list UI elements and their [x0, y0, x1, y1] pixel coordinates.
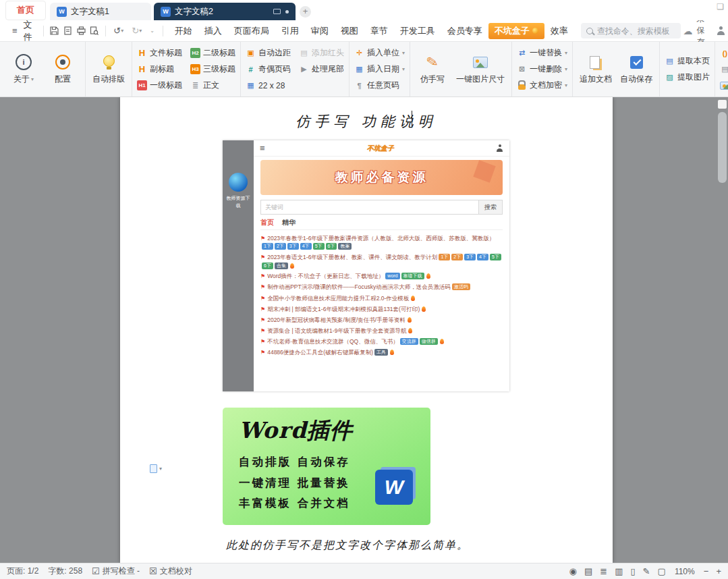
ribbon-tab-label: 审阅 — [311, 26, 329, 36]
single-page-view-icon[interactable]: ▯ — [630, 566, 635, 576]
append-doc-button[interactable]: 追加文档 — [578, 51, 614, 88]
one-key-insert-image-button[interactable]: 一键插图 — [720, 79, 728, 92]
zoom-level[interactable]: 110% — [673, 567, 696, 576]
print-preview-button[interactable] — [89, 24, 100, 38]
doc-encrypt-button[interactable]: 文档加密▾ — [517, 79, 567, 92]
flag-icon: ⚑ — [260, 296, 265, 302]
file-title-button[interactable]: H文件标题 — [137, 47, 182, 60]
body-text-button[interactable]: ≣正文 — [190, 79, 235, 92]
ribbon-tab[interactable]: 会员专享 — [441, 23, 488, 39]
command-search[interactable] — [581, 23, 681, 38]
share-screen-icon[interactable] — [273, 9, 281, 14]
image-icon — [473, 57, 488, 68]
text-cursor — [412, 111, 412, 127]
ribbon-tab[interactable]: 效率 — [544, 23, 574, 39]
site-link-badges: 1下2下3下4下5下6下教案 — [260, 243, 352, 250]
page-number-icon: # — [246, 64, 256, 74]
auto-layout-button[interactable]: 自动排版 — [90, 51, 127, 88]
scroll-up-button[interactable] — [718, 100, 727, 109]
one-key-replace-button[interactable]: ⇄一键替换▾ — [517, 47, 567, 60]
wps-app: 首页 W 文字文稿1 W 文字文稿2 — [0, 0, 728, 579]
ribbon-tab[interactable]: 视图 — [335, 23, 364, 39]
print-button[interactable] — [76, 24, 86, 38]
ribbon-tab[interactable]: 插入 — [198, 23, 228, 39]
bracket-right-button[interactable]: ()括号靠右 — [720, 47, 728, 60]
word-count[interactable]: 字数: 258 — [48, 566, 82, 577]
about-button[interactable]: i 关于▾ — [6, 51, 41, 88]
embedded-screenshot[interactable]: 教师资源下载 ≡ 不坑盒子 教师必备资源 搜索 — [223, 140, 509, 391]
ribbon-tab-label: 会员专享 — [447, 26, 482, 36]
page-size-button[interactable]: ▦22 x 28 — [246, 79, 291, 92]
redo-button[interactable]: ↻▾ — [129, 24, 144, 37]
ribbon-tab[interactable]: 不坑盒子 — [488, 23, 544, 39]
file-menu[interactable]: ≡ 文件 — [5, 18, 38, 45]
undo-button[interactable]: ↺▾ — [111, 24, 126, 37]
site-tabs: 首页 精华 — [260, 218, 503, 230]
home-tab[interactable]: 首页 — [5, 1, 46, 20]
document-tab[interactable]: W 文字文稿2 — [154, 3, 296, 20]
multi-page-view-icon[interactable]: ▥ — [615, 566, 623, 576]
eye-protect-icon[interactable]: ◉ — [569, 566, 577, 576]
ribbon-group-handwrite: ✎ 仿手写 一键图片尺寸 — [410, 42, 512, 96]
spell-check-toggle[interactable]: ☑ 拼写检查 - — [92, 566, 140, 577]
draft-template-button[interactable]: ▤稿子模板 — [720, 63, 728, 76]
auto-margin-button[interactable]: ▣自动边距 — [246, 47, 291, 60]
zoom-in-button[interactable]: + — [716, 566, 721, 576]
link-badge: 1下 — [439, 254, 450, 260]
fire-icon — [411, 296, 415, 301]
ribbon-tab[interactable]: 章节 — [364, 23, 394, 39]
collaborate-icon[interactable] — [717, 26, 723, 35]
ribbon-tab[interactable]: 页面布局 — [228, 23, 275, 39]
h2-title-button[interactable]: H2二级标题 — [190, 47, 235, 60]
new-tab-button[interactable]: + — [300, 6, 311, 18]
any-page-number-button[interactable]: ¶任意页码 — [354, 79, 405, 92]
h1-title-button[interactable]: H1一级标题 — [137, 79, 182, 92]
site-link: ⚑44886便捷办公工具盒(破解右键屏蔽复制)工具 — [260, 348, 503, 357]
doc-proof-toggle[interactable]: ☒ 文档校对 — [149, 566, 192, 577]
ribbon-tab[interactable]: 开始 — [169, 23, 198, 39]
green-plugin-card[interactable]: Word插件 自动排版 自动保存 一键清理 批量替换 丰富模板 合并文档 W — [223, 408, 430, 525]
extract-image-button[interactable]: ▨提取图片 — [665, 71, 710, 84]
image-anchor-button[interactable]: ▾ — [150, 464, 162, 473]
insert-unit-button[interactable]: ✛插入单位▾ — [354, 47, 405, 60]
save-button[interactable] — [49, 24, 60, 38]
auto-save-icon — [630, 56, 643, 69]
search-input[interactable] — [597, 26, 675, 36]
fit-page-icon[interactable]: ▢ — [658, 566, 666, 576]
insert-date-button[interactable]: ▦插入日期▾ — [354, 63, 405, 76]
window-controls-icon[interactable]: ❏ — [717, 2, 724, 11]
ribbon-tab[interactable]: 引用 — [275, 23, 305, 39]
site-link-badges: 交流群微信群 — [399, 338, 438, 345]
handle-tail-button[interactable]: ▶处理尾部 — [299, 63, 344, 76]
outline-view-icon[interactable]: ≣ — [600, 566, 607, 576]
web-view-icon[interactable]: ▤ — [584, 566, 592, 576]
odd-even-page-button[interactable]: #奇偶页码 — [246, 63, 291, 76]
ribbon-tab[interactable]: 审阅 — [305, 23, 335, 39]
ribbon-tab[interactable]: 开发工具 — [394, 23, 441, 39]
link-badge: 合集 — [275, 263, 288, 269]
auto-save-button[interactable]: 自动保存 — [618, 51, 654, 88]
add-redhead-button[interactable]: ▤添加红头 — [299, 47, 344, 60]
h3-title-button[interactable]: H3三级标题 — [190, 63, 235, 76]
scrollbar-thumb[interactable] — [718, 112, 727, 183]
vertical-scrollbar[interactable] — [718, 100, 727, 560]
image-size-button[interactable]: 一键图片尺寸 — [454, 51, 507, 88]
link-badge: 2下 — [451, 254, 463, 260]
subtitle-button[interactable]: H副标题 — [137, 63, 182, 76]
one-key-delete-button[interactable]: ⊠一键删除▾ — [517, 63, 567, 76]
zoom-out-button[interactable]: − — [704, 566, 709, 576]
more-tools-button[interactable]: ⌄ — [147, 26, 157, 35]
ribbon-group-about: i 关于▾ 配置 — [1, 42, 86, 96]
config-button[interactable]: 配置 — [45, 51, 80, 88]
heading-icon: H — [137, 48, 147, 58]
hand-write-button[interactable]: ✎ 仿手写 — [415, 51, 450, 88]
tail-icon: ▶ — [299, 64, 309, 74]
document-page[interactable]: 仿手写 功能说明 教师资源下载 ≡ 不坑盒子 教师必备资源 — [120, 97, 613, 563]
export-pdf-button[interactable] — [63, 24, 74, 38]
document-tab[interactable]: W 文字文稿1 — [50, 3, 151, 20]
site-link-badges: 工具 — [373, 349, 388, 356]
delete-icon: ⊠ — [517, 64, 527, 74]
edit-mode-icon[interactable]: ✎ — [643, 566, 650, 576]
flag-icon: ⚑ — [260, 339, 265, 345]
extract-page-button[interactable]: ▤提取本页 — [665, 55, 710, 68]
